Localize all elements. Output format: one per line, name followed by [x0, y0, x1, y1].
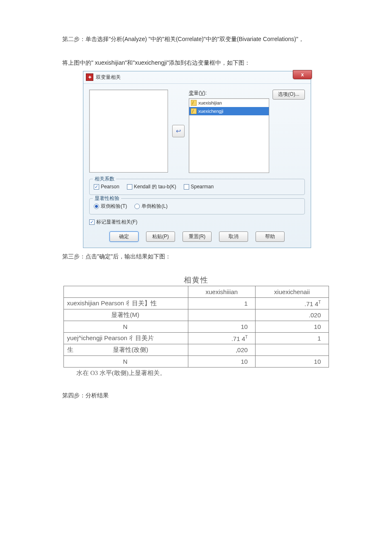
- variable-item-label: xuexichengji: [198, 109, 224, 114]
- output-table-title: 相黄性: [62, 275, 330, 285]
- flag-significant-checkbox[interactable]: ✓ 标记显著性相关(F): [89, 219, 137, 226]
- correlation-table: xuexishiiian xiuexichenaii xuexishijian …: [63, 286, 329, 368]
- row-header: N: [63, 356, 188, 368]
- paragraph-step3: 第三步：点击"确定"后，输出结果如下图：: [62, 251, 330, 263]
- move-variable-button[interactable]: ↩: [172, 125, 185, 137]
- variable-item-label: xuexishijian: [198, 100, 222, 105]
- variable-item[interactable]: xuexichengji: [189, 107, 269, 115]
- cell-value: 1: [256, 333, 329, 344]
- cell-value: [188, 309, 256, 321]
- cancel-button[interactable]: 取消: [219, 231, 248, 242]
- one-tailed-radio[interactable]: 单倒检验(L): [134, 203, 168, 210]
- group-legend: 相关系数: [93, 175, 116, 183]
- options-button[interactable]: 选项(O)...: [273, 90, 305, 100]
- cell-value: 10: [256, 321, 329, 333]
- cell-value: .020: [256, 309, 329, 321]
- row-header: xuexishijian Pearson 彳目关】性: [63, 298, 188, 309]
- dialog-title: 双变量相关: [96, 74, 121, 81]
- paste-button[interactable]: 粘贴(P): [146, 231, 175, 242]
- variables-label: 变量(V):: [189, 90, 269, 97]
- dialog-button-row: 确定 粘贴(P) 重置(R) 取消 帮助: [83, 227, 311, 248]
- col-header: xuexishiiian: [188, 286, 256, 298]
- cell-value: .71 4T: [256, 298, 329, 309]
- row-header: yuej^ichengji Pearson 彳目美片: [63, 333, 188, 344]
- table-footnote: 水在 O3 水平(敢侧)上显著相关。: [76, 369, 330, 377]
- spearman-checkbox[interactable]: Spearman: [184, 184, 214, 190]
- cell-value: 1: [188, 298, 256, 309]
- dialog-bivariate: ✦ 双变量相关 x ↩ 变量(V):: [83, 71, 311, 248]
- help-button[interactable]: 帮助: [256, 231, 285, 242]
- source-variable-list[interactable]: [89, 90, 168, 173]
- row-header: 显著性(M): [63, 309, 188, 321]
- scale-variable-icon: [191, 100, 197, 106]
- col-header: xiuexichenaii: [256, 286, 329, 298]
- row-header: 生 显著性(改侧): [63, 344, 188, 356]
- paragraph-step2: 第二步：单击选择"分析(Analyze) "中的"相关(Correlate)"中…: [62, 33, 330, 45]
- cell-value: ,020: [188, 344, 256, 356]
- cell-value: 10: [256, 356, 329, 368]
- ok-button[interactable]: 确定: [110, 231, 139, 242]
- close-button[interactable]: x: [293, 70, 312, 79]
- dialog-titlebar: ✦ 双变量相关 x: [83, 71, 311, 84]
- spss-app-icon: ✦: [86, 73, 93, 81]
- correlation-coefficients-group: 相关系数 ✓ Pearson Kendall 的 tau-b(K) Spearm…: [89, 179, 305, 195]
- arrow-left-icon: ↩: [176, 127, 181, 135]
- scale-variable-icon: [191, 108, 197, 114]
- significance-test-group: 显著性检验 双倒检验(T) 单倒检验(L): [89, 198, 305, 214]
- variable-item[interactable]: xuexishijian: [189, 99, 269, 107]
- correlation-output: 相黄性 xuexishiiian xiuexichenaii xuexishij…: [62, 275, 330, 377]
- paragraph-add-vars: 将上图中的" xuexishijian"和"xuexichengji"添加到右边…: [62, 57, 330, 69]
- cell-value: [256, 344, 329, 356]
- pearson-checkbox[interactable]: ✓ Pearson: [94, 184, 119, 190]
- cell-value: 10: [188, 356, 256, 368]
- reset-button[interactable]: 重置(R): [183, 231, 212, 242]
- kendall-checkbox[interactable]: Kendall 的 tau-b(K): [127, 183, 176, 190]
- paragraph-step4: 第四步：分析结果: [62, 389, 330, 402]
- target-variable-list[interactable]: xuexishijian xuexichengji: [189, 98, 269, 173]
- row-header: N: [63, 321, 188, 333]
- group-legend: 显著性检验: [93, 195, 121, 202]
- cell-value: 10: [188, 321, 256, 333]
- cell-value: .71 4T: [188, 333, 256, 344]
- two-tailed-radio[interactable]: 双倒检验(T): [94, 203, 127, 210]
